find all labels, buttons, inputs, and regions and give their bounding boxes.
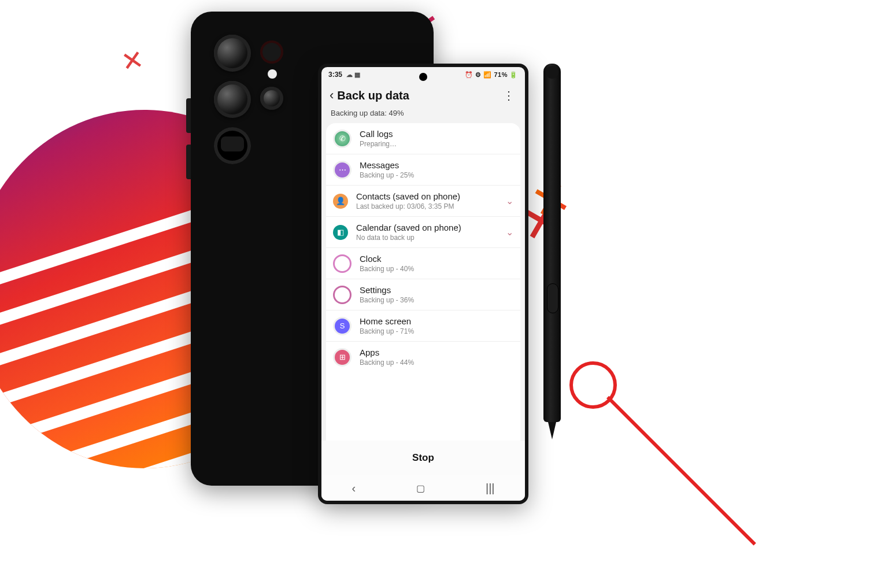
backup-item-title: Messages <box>360 160 513 170</box>
backup-item-row[interactable]: ⊞AppsBacking up - 44% <box>326 342 520 372</box>
camera-notch <box>419 73 427 81</box>
backup-item-title: Settings <box>360 285 513 295</box>
nav-recent-button[interactable]: ||| <box>486 482 495 495</box>
call-icon: ✆ <box>333 130 352 148</box>
decorative-x-icon: ✕ <box>119 43 147 78</box>
backup-progress-label: Backing up data: 49% <box>321 109 525 123</box>
chevron-down-icon[interactable]: ⌄ <box>506 227 513 238</box>
more-options-button[interactable]: ⋮ <box>500 88 518 102</box>
backup-item-status: Backing up - 71% <box>360 327 513 335</box>
stop-button[interactable]: Stop <box>412 452 434 463</box>
phone-front-screen: 3:35 ☁ ▦ ⏰ ⚙ 📶 71% 🔋 ‹ Back up data ⋮ Ba… <box>318 64 528 504</box>
backup-item-title: Call logs <box>360 129 513 139</box>
back-button[interactable]: ‹ <box>328 88 337 103</box>
backup-item-row[interactable]: ⚙SettingsBacking up - 36% <box>326 279 520 310</box>
msg-icon: ⋯ <box>333 161 352 179</box>
contact-icon: 👤 <box>333 194 348 209</box>
nav-back-button[interactable]: ‹ <box>352 482 356 495</box>
status-left-icons: ☁ ▦ <box>346 71 360 78</box>
backup-item-title: Calendar (saved on phone) <box>356 223 506 232</box>
status-time: 3:35 <box>328 71 342 79</box>
backup-item-status: Backing up - 36% <box>360 296 513 304</box>
decorative-magnifier-icon <box>569 361 617 409</box>
nav-home-button[interactable]: ▢ <box>416 483 425 494</box>
backup-item-row[interactable]: ⋯MessagesBacking up - 25% <box>326 154 520 186</box>
backup-item-row[interactable]: ✆Call logsPreparing… <box>326 123 520 154</box>
backup-item-row[interactable]: ◔ClockBacking up - 40% <box>326 248 520 279</box>
backup-item-title: Contacts (saved on phone) <box>356 191 506 201</box>
backup-item-status: Preparing… <box>360 140 513 148</box>
backup-item-status: No data to back up <box>356 234 506 242</box>
status-right-icons: ⏰ ⚙ 📶 71% 🔋 <box>465 71 518 79</box>
clock-icon: ◔ <box>333 254 352 273</box>
cal-icon: ◧ <box>333 225 348 240</box>
backup-items-list: ✆Call logsPreparing…⋯MessagesBacking up … <box>326 123 520 441</box>
backup-item-status: Backing up - 44% <box>360 358 513 367</box>
backup-item-status: Backing up - 25% <box>360 171 513 179</box>
backup-item-title: Clock <box>360 254 513 264</box>
android-nav-bar: ‹ ▢ ||| <box>321 475 525 501</box>
backup-item-row[interactable]: 👤Contacts (saved on phone)Last backed up… <box>326 186 520 217</box>
backup-item-title: Home screen <box>360 316 513 326</box>
set-icon: ⚙ <box>333 286 352 304</box>
backup-item-row[interactable]: ◧Calendar (saved on phone)No data to bac… <box>326 217 520 248</box>
home-icon: S <box>333 317 352 335</box>
backup-item-status: Last backed up: 03/06, 3:35 PM <box>356 202 506 210</box>
backup-item-status: Backing up - 40% <box>360 265 513 273</box>
apps-icon: ⊞ <box>333 348 352 367</box>
backup-item-title: Apps <box>360 347 513 357</box>
page-title: Back up data <box>337 89 500 102</box>
backup-item-row[interactable]: SHome screenBacking up - 71% <box>326 310 520 342</box>
screen-header: ‹ Back up data ⋮ <box>321 80 525 109</box>
s-pen-illustration <box>543 64 561 445</box>
footer-bar: Stop <box>321 441 525 475</box>
chevron-down-icon[interactable]: ⌄ <box>506 195 513 206</box>
